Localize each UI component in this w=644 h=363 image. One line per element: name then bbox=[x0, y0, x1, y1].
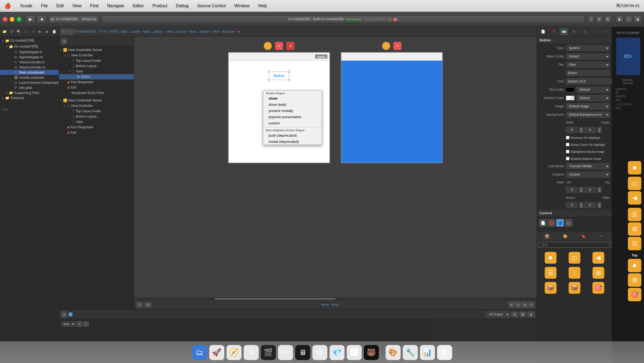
obj-item-2[interactable]: ◻ bbox=[563, 251, 586, 265]
stop-button[interactable]: ■ bbox=[37, 16, 47, 23]
menu-source-control[interactable]: Source Control bbox=[196, 3, 228, 9]
canvas-scrollbar-h[interactable] bbox=[134, 297, 537, 300]
context-item-show-detail[interactable]: show detail bbox=[263, 101, 322, 108]
context-item-push[interactable]: push (deprecated) bbox=[263, 132, 322, 139]
dock-media[interactable]: 🎬 bbox=[261, 345, 276, 360]
auto-select[interactable]: Auto bbox=[61, 321, 75, 327]
ir-down[interactable]: ▼ bbox=[598, 205, 601, 208]
issue-nav-icon[interactable]: ⚠ bbox=[23, 28, 29, 35]
exit-1[interactable]: ⊠ Exit bbox=[59, 85, 134, 90]
menu-window[interactable]: Window bbox=[233, 3, 251, 9]
il-down[interactable]: ▼ bbox=[579, 190, 583, 193]
menu-view[interactable]: View bbox=[71, 3, 83, 9]
image-select[interactable]: Default Image bbox=[566, 103, 610, 109]
utilities-toggle[interactable]: ◨ bbox=[634, 16, 641, 23]
inset-left-stepper[interactable]: ▲ ▼ bbox=[579, 187, 583, 193]
bc-7[interactable]: View bbox=[213, 30, 219, 34]
tree-item-assets[interactable]: 🖼 Assets.xcassets bbox=[0, 75, 59, 80]
breakpoint-nav-icon[interactable]: ◆ bbox=[44, 28, 50, 35]
right-ctrl-4[interactable]: ⊞ bbox=[628, 222, 641, 236]
dock-finder[interactable]: 🗂 bbox=[192, 345, 207, 360]
dock-terminal[interactable]: 🖥 bbox=[295, 345, 310, 360]
height-input[interactable] bbox=[584, 127, 596, 133]
apple-menu[interactable]: 🍎 bbox=[4, 3, 11, 9]
dock-colorful[interactable]: 🎨 bbox=[386, 345, 401, 360]
obj-item-7[interactable]: 📦 bbox=[539, 281, 562, 295]
project-nav-icon[interactable]: 📁 bbox=[2, 28, 8, 35]
right-ctrl-back[interactable]: ◀ bbox=[628, 191, 641, 205]
scene-2-header[interactable]: ▾ ■ View Controller Scene bbox=[59, 98, 134, 103]
menu-edit[interactable]: Edit bbox=[55, 3, 65, 9]
exit-2[interactable]: ⊠ Exit bbox=[59, 130, 134, 135]
obj-item-5[interactable]: ⋮ bbox=[563, 266, 586, 280]
maximize-button[interactable] bbox=[17, 17, 21, 22]
dock-launchpad[interactable]: 🚀 bbox=[209, 345, 224, 360]
right-ctrl-7[interactable]: ⊞ bbox=[628, 273, 641, 287]
bottom-layout-1[interactable]: ⊥ Bottom Layout... bbox=[59, 63, 134, 69]
size-frame-btn[interactable]: ⊡ bbox=[145, 302, 151, 307]
console-toggle-btn[interactable]: ≡ bbox=[61, 311, 67, 317]
ib-down[interactable]: ▼ bbox=[579, 205, 583, 208]
obj-lib-tab-1[interactable]: 📦 bbox=[544, 233, 551, 240]
width-up-btn[interactable]: ▲ bbox=[579, 127, 583, 130]
bottom-layout-2[interactable]: ⊥ Bottom Layout... bbox=[59, 114, 134, 119]
dock-trash[interactable]: 🗑 bbox=[437, 345, 452, 360]
il-up[interactable]: ▲ bbox=[579, 187, 583, 190]
shows-touch-checkbox[interactable] bbox=[566, 143, 569, 146]
bc-5[interactable]: View....Scene bbox=[166, 30, 186, 34]
test-nav-icon[interactable]: ◇ bbox=[30, 28, 36, 35]
font-input[interactable] bbox=[566, 78, 610, 84]
add-watch-btn[interactable]: + bbox=[76, 321, 82, 327]
button-item[interactable]: B Button bbox=[59, 74, 134, 79]
bc-6[interactable]: View....ntroller bbox=[189, 30, 209, 34]
linebreak-select[interactable]: Truncate Middle bbox=[566, 163, 610, 169]
inset-left-input[interactable] bbox=[566, 187, 578, 193]
it-down[interactable]: ▼ bbox=[598, 190, 601, 193]
size-pin-btn[interactable]: ⊟ bbox=[515, 302, 521, 308]
obj-item-3[interactable]: ◀ bbox=[587, 251, 610, 265]
button-label-canvas[interactable]: Button bbox=[269, 71, 289, 80]
height-stepper[interactable]: ▲ ▼ bbox=[598, 127, 601, 133]
dock-bear[interactable]: 🐻 bbox=[364, 345, 379, 360]
report-nav-icon[interactable]: 📋 bbox=[51, 28, 57, 35]
nav-forward-btn[interactable]: › bbox=[67, 29, 73, 35]
size-grid-btn[interactable]: ⊞ bbox=[508, 302, 514, 308]
tree-item-appdelegate-h[interactable]: h AppDelegate.h bbox=[0, 49, 59, 55]
ctrl-icon-3[interactable]: 🔵 bbox=[556, 219, 564, 227]
menu-find[interactable]: Find bbox=[89, 3, 100, 9]
close-button[interactable] bbox=[3, 17, 8, 22]
menu-xcode[interactable]: Xcode bbox=[19, 3, 34, 9]
menu-navigate[interactable]: Navigate bbox=[105, 3, 126, 9]
identity-inspector-tab[interactable]: 🪪 bbox=[560, 28, 568, 35]
clear-console-btn[interactable]: ⊡ bbox=[511, 312, 518, 317]
top-layout-2[interactable]: ⊤ Top Layout Guide bbox=[59, 108, 134, 114]
tree-item-appdelegate-m[interactable]: m AppDelegate.m bbox=[0, 55, 59, 60]
dock-mouse[interactable]: 🖱 bbox=[244, 345, 259, 360]
dock-sketch[interactable]: 💎 bbox=[330, 345, 345, 360]
scene-1-header[interactable]: ▾ ■ View Controller Scene bbox=[59, 47, 134, 53]
dock-safari[interactable]: 🧭 bbox=[226, 345, 241, 360]
ctrl-icon-2[interactable]: ⭕ bbox=[548, 219, 555, 227]
size-aspect-btn[interactable]: ⊡ bbox=[529, 302, 535, 308]
editor-assistant-btn[interactable]: ⧉ bbox=[596, 16, 603, 23]
debug-toggle[interactable]: ▭ bbox=[625, 16, 632, 23]
right-ctrl-8[interactable]: 🎯 bbox=[628, 288, 641, 301]
bc-3[interactable]: Main....board bbox=[121, 30, 140, 34]
height-up-btn[interactable]: ▲ bbox=[598, 127, 601, 130]
tree-item-viewcontroller-m[interactable]: m ViewController.m bbox=[0, 65, 59, 70]
obj-item-6[interactable]: ⊞ bbox=[587, 266, 610, 280]
size-equal-btn[interactable]: ⊠ bbox=[522, 302, 528, 308]
tree-item-products[interactable]: ▸ 📁 Products bbox=[0, 95, 59, 100]
run-button[interactable]: ▶ bbox=[26, 16, 35, 23]
hl-adjusts-checkbox[interactable] bbox=[566, 150, 569, 153]
first-responder-2[interactable]: ◈ First Responder bbox=[59, 125, 134, 130]
shadow-color-swatch[interactable] bbox=[566, 96, 575, 100]
disabled-adjusts-checkbox[interactable] bbox=[566, 157, 569, 160]
editor-version-btn[interactable]: ⊞ bbox=[604, 16, 612, 23]
ctrl-icon-1[interactable]: 📄 bbox=[539, 219, 547, 227]
inset-bottom-input[interactable] bbox=[566, 202, 578, 208]
context-item-custom[interactable]: custom bbox=[263, 120, 322, 126]
height-down-btn[interactable]: ▼ bbox=[598, 130, 601, 133]
tree-item-subgroup[interactable]: ▾ 📁 01-modal(代码) bbox=[0, 43, 59, 49]
top-layout-1[interactable]: ⊤ Top Layout Guide bbox=[59, 58, 134, 63]
